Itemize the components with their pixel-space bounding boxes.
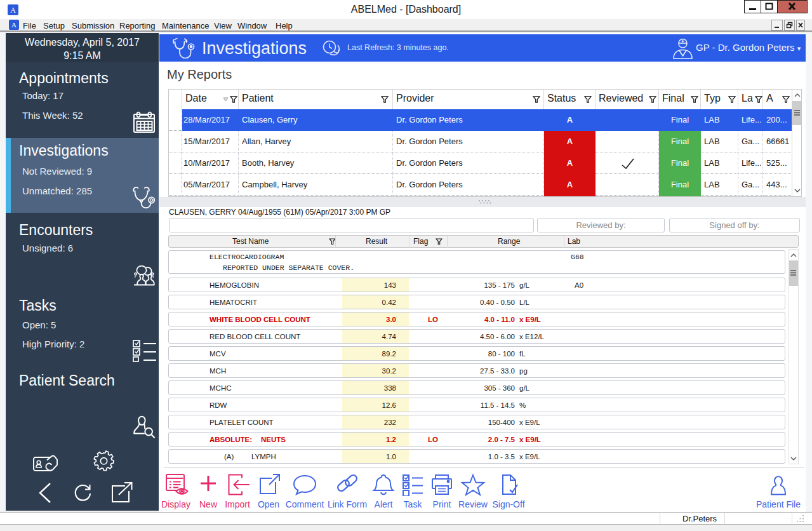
svg-text:A: A (10, 6, 16, 15)
svg-text:A: A (11, 21, 17, 29)
